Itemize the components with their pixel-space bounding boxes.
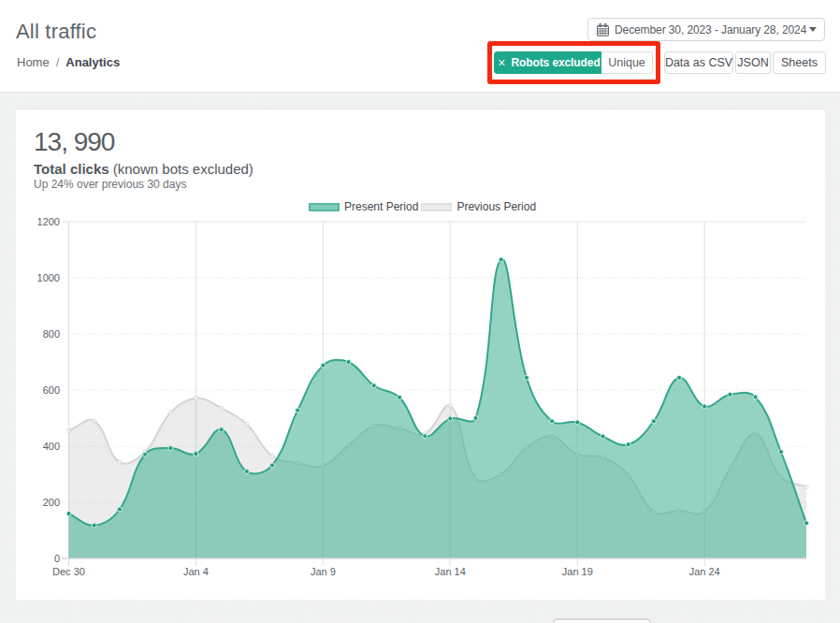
svg-text:800: 800 [43, 328, 60, 340]
svg-text:1200: 1200 [37, 216, 60, 227]
svg-text:600: 600 [43, 384, 60, 396]
svg-text:400: 400 [43, 441, 60, 452]
svg-text:Jan 24: Jan 24 [689, 566, 720, 577]
svg-text:0: 0 [54, 553, 60, 564]
svg-text:Dec 30: Dec 30 [52, 566, 85, 577]
svg-text:Jan 19: Jan 19 [562, 566, 593, 577]
svg-text:1000: 1000 [37, 272, 60, 283]
svg-text:Jan 4: Jan 4 [183, 566, 209, 577]
svg-text:Jan 14: Jan 14 [435, 566, 466, 577]
svg-text:Jan 9: Jan 9 [311, 566, 336, 577]
svg-text:200: 200 [43, 497, 60, 508]
